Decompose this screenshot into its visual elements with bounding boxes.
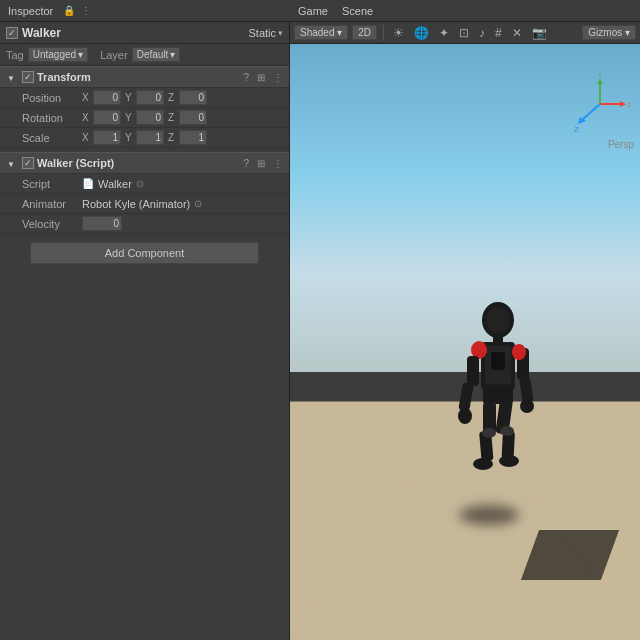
rotation-x-input[interactable] xyxy=(93,110,121,125)
transform-more-btn[interactable]: ⋮ xyxy=(271,72,285,83)
tag-chevron-icon: ▾ xyxy=(78,49,83,60)
svg-line-34 xyxy=(582,104,600,120)
script-link-icon[interactable]: ⊙ xyxy=(136,178,144,189)
character-figure xyxy=(443,298,553,520)
lock-icon[interactable]: 🔒 xyxy=(63,5,75,16)
transform-controls: ? ⊞ ⋮ xyxy=(241,72,285,83)
top-bar: Inspector 🔒 ⋮ Game Scene xyxy=(0,0,640,22)
position-z-input[interactable] xyxy=(179,90,207,105)
position-x-axis: X xyxy=(82,92,92,103)
scene-viewport[interactable]: Y X Z Persp xyxy=(290,44,640,640)
rotation-label: Rotation xyxy=(22,112,82,124)
scale-y-field: Y xyxy=(125,130,164,145)
animator-row: Animator Robot Kyle (Animator) ⊙ xyxy=(0,194,289,214)
scale-x-field: X xyxy=(82,130,121,145)
skybox-icon-btn[interactable]: 🌐 xyxy=(411,25,432,41)
add-component-button[interactable]: Add Component xyxy=(30,242,259,264)
inspector-tab-area: Inspector 🔒 ⋮ xyxy=(4,5,294,17)
walker-expand-icon xyxy=(4,156,18,170)
view-toolbar: Shaded ▾ 2D ☀ 🌐 ✦ ⊡ ♪ # ✕ 📷 Gizmos ▾ xyxy=(290,22,640,44)
svg-point-26 xyxy=(500,426,514,436)
layer-dropdown[interactable]: Default ▾ xyxy=(132,47,181,62)
svg-rect-12 xyxy=(458,382,474,411)
animator-label: Animator xyxy=(22,198,82,210)
shaded-label: Shaded xyxy=(300,27,334,38)
position-y-axis: Y xyxy=(125,92,135,103)
script-row: Script 📄 Walker ⊙ xyxy=(0,174,289,194)
walker-settings-btn[interactable]: ⊞ xyxy=(255,158,267,169)
2d-button[interactable]: 2D xyxy=(352,25,377,40)
camera-icon-btn[interactable]: ✕ xyxy=(509,25,525,41)
gizmos-button[interactable]: Gizmos ▾ xyxy=(582,25,636,40)
scale-z-input[interactable] xyxy=(179,130,207,145)
walker-controls: ? ⊞ ⋮ xyxy=(241,158,285,169)
rotation-y-input[interactable] xyxy=(136,110,164,125)
walker-help-btn[interactable]: ? xyxy=(241,158,251,169)
inspector-more-icon[interactable]: ⋮ xyxy=(81,5,91,16)
transform-help-btn[interactable]: ? xyxy=(241,72,251,83)
svg-point-17 xyxy=(512,344,526,360)
scale-x-axis: X xyxy=(82,132,92,143)
rotation-x-axis: X xyxy=(82,112,92,123)
walker-more-btn[interactable]: ⋮ xyxy=(271,158,285,169)
transform-checkbox[interactable]: ✓ xyxy=(22,71,34,83)
rotation-z-input[interactable] xyxy=(179,110,207,125)
object-active-checkbox[interactable] xyxy=(6,27,18,39)
transform-settings-btn[interactable]: ⊞ xyxy=(255,72,267,83)
script-file-icon: 📄 xyxy=(82,178,94,189)
game-tab[interactable]: Game xyxy=(294,5,332,17)
walker-checkbox[interactable]: ✓ xyxy=(22,157,34,169)
object-name: Walker xyxy=(22,26,248,40)
object-name-row: Walker Static ▾ xyxy=(0,22,289,44)
inspector-panel: Walker Static ▾ Tag Untagged ▾ Layer Def… xyxy=(0,22,290,640)
walker-script-section-header[interactable]: ✓ Walker (Script) ? ⊞ ⋮ xyxy=(0,152,289,174)
static-dropdown-icon[interactable]: ▾ xyxy=(278,28,283,38)
fx-icon-btn[interactable]: ✦ xyxy=(436,25,452,41)
add-component-row: Add Component xyxy=(0,234,289,272)
grid-icon-btn[interactable]: # xyxy=(492,25,505,41)
inspector-tab-label[interactable]: Inspector xyxy=(4,5,57,17)
audio-icon-btn[interactable]: ♪ xyxy=(476,25,488,41)
svg-point-6 xyxy=(486,307,510,333)
rotation-y-field: Y xyxy=(125,110,164,125)
scale-x-input[interactable] xyxy=(93,130,121,145)
persp-label: Persp xyxy=(608,139,634,150)
svg-point-24 xyxy=(499,455,519,467)
walker-script-title: Walker (Script) xyxy=(37,157,241,169)
rotation-y-axis: Y xyxy=(125,112,135,123)
gizmo-axes: Y X Z xyxy=(570,74,630,134)
scale-y-input[interactable] xyxy=(136,130,164,145)
velocity-input[interactable] xyxy=(82,216,122,231)
transform-title: Transform xyxy=(37,71,241,83)
position-fields: X Y Z xyxy=(82,90,281,105)
svg-marker-32 xyxy=(620,101,626,107)
position-x-input[interactable] xyxy=(93,90,121,105)
right-panel: Shaded ▾ 2D ☀ 🌐 ✦ ⊡ ♪ # ✕ 📷 Gizmos ▾ xyxy=(290,22,640,640)
rotation-fields: X Y Z xyxy=(82,110,281,125)
scene-tab[interactable]: Scene xyxy=(338,5,377,17)
position-y-input[interactable] xyxy=(136,90,164,105)
scale-label: Scale xyxy=(22,132,82,144)
animator-link-icon[interactable]: ⊙ xyxy=(194,198,202,209)
shaded-dropdown[interactable]: Shaded ▾ xyxy=(294,25,348,40)
script-name: Walker xyxy=(98,178,132,190)
scene-icon-btn[interactable]: ⊡ xyxy=(456,25,472,41)
svg-point-21 xyxy=(473,458,493,470)
velocity-label: Velocity xyxy=(22,218,82,230)
rotation-row: Rotation X Y Z xyxy=(0,108,289,128)
layer-value: Default xyxy=(137,49,169,60)
svg-rect-11 xyxy=(467,356,479,386)
render-icon-btn[interactable]: 📷 xyxy=(529,25,550,41)
view-tab-area: Game Scene xyxy=(294,5,636,17)
position-z-field: Z xyxy=(168,90,207,105)
tag-dropdown[interactable]: Untagged ▾ xyxy=(28,47,88,62)
position-label: Position xyxy=(22,92,82,104)
transform-section-header[interactable]: ✓ Transform ? ⊞ ⋮ xyxy=(0,66,289,88)
animator-value-area: Robot Kyle (Animator) ⊙ xyxy=(82,198,281,210)
tag-label: Tag xyxy=(6,49,24,61)
lighting-icon-btn[interactable]: ☀ xyxy=(390,25,407,41)
tag-layer-row: Tag Untagged ▾ Layer Default ▾ xyxy=(0,44,289,66)
scale-y-axis: Y xyxy=(125,132,135,143)
layer-label: Layer xyxy=(100,49,128,61)
gizmos-label: Gizmos xyxy=(588,27,622,38)
